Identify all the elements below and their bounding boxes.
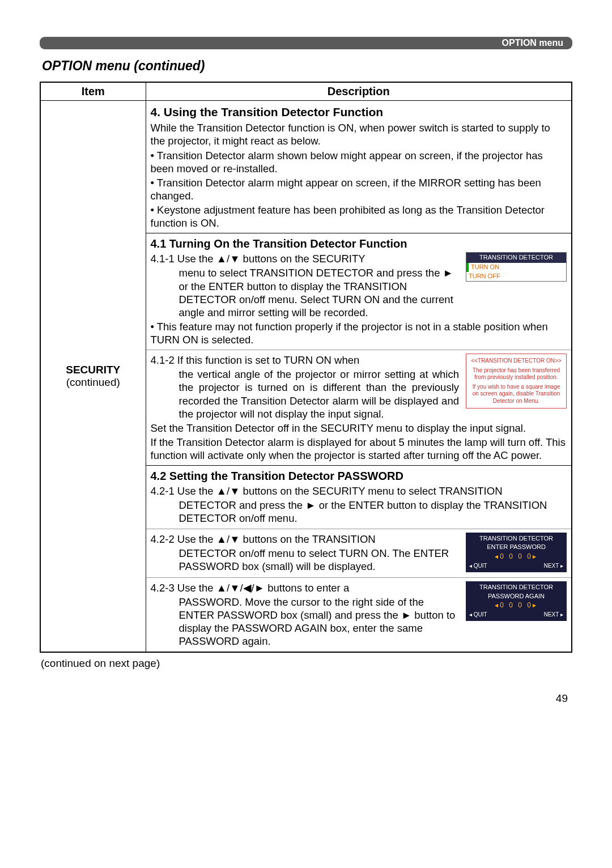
section-title: OPTION menu (continued) [42,58,572,74]
para: 4.1-2 If this function is set to TURN ON… [151,354,460,367]
para: While the Transition Detector function i… [151,121,567,147]
osd-turn-off: TURN OFF [466,272,566,281]
osd-subtitle: ENTER PASSWORD [469,543,563,551]
col-header-item: Item [40,82,146,101]
para: the vertical angle of the projector or m… [151,368,460,420]
osd-alarm-line: If you wish to have a square image on sc… [469,384,564,405]
heading-4: 4. Using the Transition Detector Functio… [151,105,567,120]
para: DETECTOR on/off menu to select TURN ON. … [151,547,460,573]
divider-light [146,529,572,529]
bullet: • Transition Detector alarm shown below … [151,149,567,175]
item-name: SECURITY [45,364,141,376]
para: 4.2-1 Use the ▲/▼ buttons on the SECURIT… [151,484,567,497]
osd-digits: ◂0 0 0 0▸ [469,601,563,610]
osd-title: TRANSITION DETECTOR [469,584,563,592]
heading-4-1: 4.1 Turning On the Transition Detector F… [151,237,567,251]
osd-title: TRANSITION DETECTOR [469,535,563,543]
header-bar: OPTION menu [40,37,572,49]
heading-4-2: 4.2 Setting the Transition Detector PASS… [151,469,567,483]
osd-digits: ◂0 0 0 0▸ [469,552,563,561]
col-header-description: Description [146,82,572,101]
osd-next: NEXT ▸ [544,611,563,619]
para: 4.1-1 Use the ▲/▼ buttons on the SECURIT… [151,252,460,265]
continued-note: (continued on next page) [41,657,572,670]
osd-enter-password: TRANSITION DETECTOR ENTER PASSWORD ◂0 0 … [466,533,567,572]
page-number: 49 [40,692,572,705]
header-tag: OPTION menu [502,38,563,48]
para: • This feature may not function properly… [151,320,567,346]
para: menu to select TRANSITION DETECTOR and p… [151,266,460,319]
para: 4.2-3 Use the ▲/▼/◀/► buttons to enter a [151,581,460,594]
divider [146,233,572,233]
divider-light [146,350,572,350]
bullet: • Transition Detector alarm might appear… [151,176,567,202]
osd-transition-detector-alarm: <<TRANSITION DETECTOR ON>> The projector… [466,354,567,409]
step-4-1-1: 4.1-1 Use the ▲/▼ buttons on the SECURIT… [151,252,567,320]
para: Set the Transition Detector off in the S… [151,422,567,435]
table-row: SECURITY (continued) 4. Using the Transi… [40,101,572,652]
divider-light [146,577,572,578]
item-sub: (continued) [45,376,141,389]
table-header-row: Item Description [40,82,572,101]
step-4-2-2: 4.2-2 Use the ▲/▼ buttons on the TRANSIT… [151,533,567,574]
osd-password-again: TRANSITION DETECTOR PASSWORD AGAIN ◂0 0 … [466,581,567,621]
osd-title: TRANSITION DETECTOR [466,253,566,263]
osd-alarm-line: The projector has been transferred from … [469,367,564,381]
osd-quit: ◂ QUIT [469,563,487,570]
osd-next: NEXT ▸ [544,563,563,570]
osd-alarm-title: <<TRANSITION DETECTOR ON>> [469,358,564,365]
osd-subtitle: PASSWORD AGAIN [469,593,563,601]
para: 4.2-2 Use the ▲/▼ buttons on the TRANSIT… [151,533,460,546]
option-table: Item Description SECURITY (continued) 4.… [40,82,572,653]
para: If the Transition Detector alarm is disp… [151,436,567,462]
osd-quit: ◂ QUIT [469,611,487,619]
para: PASSWORD. Move the cursor to the right s… [151,595,460,648]
osd-transition-detector-menu: TRANSITION DETECTOR TURN ON TURN OFF [466,252,567,284]
para: DETECTOR and press the ► or the ENTER bu… [151,499,567,525]
description-cell: 4. Using the Transition Detector Functio… [146,101,572,652]
osd-turn-on: TURN ON [466,263,566,272]
bullet: • Keystone adjustment feature has been p… [151,203,567,229]
item-cell: SECURITY (continued) [40,101,146,652]
step-4-2-3: 4.2-3 Use the ▲/▼/◀/► buttons to enter a… [151,581,567,649]
step-4-1-2: 4.1-2 If this function is set to TURN ON… [151,354,567,422]
divider [146,465,572,466]
